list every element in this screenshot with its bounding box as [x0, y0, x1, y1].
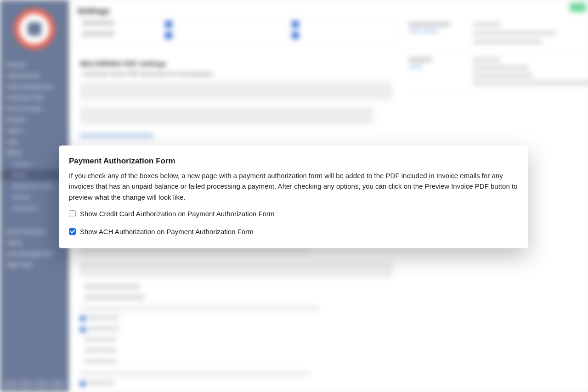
rp-label: [409, 57, 459, 87]
payment-authorization-modal: Payment Authorization Form If you check …: [59, 146, 528, 248]
option-ach[interactable]: Show ACH Authorization on Payment Author…: [69, 228, 518, 235]
right-details-panel: [409, 16, 588, 93]
checkbox-credit-card[interactable]: [69, 210, 76, 217]
checkbox-ach[interactable]: [69, 228, 76, 235]
rp-value: [473, 22, 556, 45]
bottom-tab[interactable]: [4, 380, 17, 389]
rp-label: [409, 22, 459, 45]
nav-item[interactable]: Appointments: [0, 71, 69, 81]
app-logo: [14, 8, 55, 50]
option-ach-label: Show ACH Authorization on Payment Author…: [80, 228, 254, 235]
nav-item[interactable]: Claims: [0, 126, 69, 136]
bottom-tabs: [4, 380, 64, 389]
modal-title: Payment Authorization Form: [69, 157, 518, 166]
rp-value: [473, 57, 588, 87]
option-credit-card[interactable]: Show Credit Card Authorization on Paymen…: [69, 210, 518, 218]
pdf-settings-sub: Customize invoice PDF documents for recu…: [82, 70, 220, 78]
page-title: Settings: [77, 6, 110, 16]
nav-item[interactable]: Post Op Notes: [0, 104, 69, 114]
nav-item[interactable]: Treatment Plan: [0, 93, 69, 103]
nav-item[interactable]: Patients: [0, 60, 69, 70]
nav-item[interactable]: Reports: [0, 115, 69, 125]
nav-item[interactable]: Labs: [0, 137, 69, 147]
nav-item[interactable]: Night Shift: [0, 260, 69, 270]
modal-body: If you check any of the boxes below, a n…: [69, 170, 518, 202]
bottom-tab[interactable]: [51, 380, 64, 389]
pdf-settings-heading: RECURRING PDF Settings: [80, 60, 166, 67]
toggle-card: [75, 18, 397, 44]
logo-core-icon: [28, 22, 41, 36]
nav-item[interactable]: Case Management: [0, 82, 69, 92]
bottom-tab[interactable]: [35, 380, 49, 389]
nav-item[interactable]: User Management: [0, 249, 69, 259]
bottom-tab[interactable]: [19, 380, 33, 389]
save-button[interactable]: [570, 3, 586, 12]
option-credit-card-label: Show Credit Card Authorization on Paymen…: [80, 210, 275, 218]
